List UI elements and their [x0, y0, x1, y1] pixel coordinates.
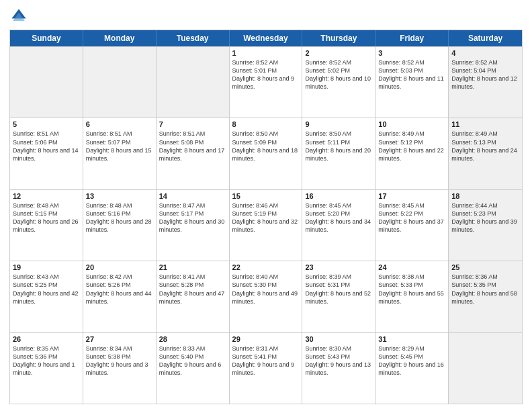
- cell-info: Sunrise: 8:36 AM Sunset: 5:35 PM Dayligh…: [451, 273, 519, 306]
- header-day-saturday: Saturday: [449, 30, 522, 46]
- cal-cell-21: 21Sunrise: 8:41 AM Sunset: 5:28 PM Dayli…: [157, 261, 230, 332]
- cal-cell-2: 2Sunrise: 8:52 AM Sunset: 5:02 PM Daylig…: [302, 47, 375, 118]
- cal-cell-6: 6Sunrise: 8:51 AM Sunset: 5:07 PM Daylig…: [83, 118, 157, 189]
- header-day-monday: Monday: [83, 30, 157, 46]
- day-number: 21: [159, 263, 226, 271]
- calendar-row-1: 5Sunrise: 8:51 AM Sunset: 5:06 PM Daylig…: [10, 118, 522, 189]
- day-number: 20: [86, 263, 153, 271]
- cal-cell-30: 30Sunrise: 8:30 AM Sunset: 5:43 PM Dayli…: [302, 333, 375, 404]
- cal-cell-11: 11Sunrise: 8:49 AM Sunset: 5:13 PM Dayli…: [449, 118, 522, 189]
- cell-info: Sunrise: 8:49 AM Sunset: 5:12 PM Dayligh…: [378, 130, 445, 163]
- logo: [9, 7, 30, 26]
- cal-cell-3: 3Sunrise: 8:52 AM Sunset: 5:03 PM Daylig…: [375, 47, 449, 118]
- cell-info: Sunrise: 8:48 AM Sunset: 5:16 PM Dayligh…: [86, 201, 153, 234]
- day-number: 8: [232, 120, 300, 128]
- calendar-row-3: 19Sunrise: 8:43 AM Sunset: 5:25 PM Dayli…: [10, 261, 522, 332]
- header: [9, 7, 523, 26]
- cell-info: Sunrise: 8:38 AM Sunset: 5:33 PM Dayligh…: [378, 273, 445, 306]
- cell-info: Sunrise: 8:50 AM Sunset: 5:09 PM Dayligh…: [232, 130, 300, 163]
- cell-info: Sunrise: 8:34 AM Sunset: 5:38 PM Dayligh…: [86, 345, 153, 377]
- cal-cell-empty-0-1: [83, 47, 157, 118]
- day-number: 17: [378, 192, 445, 200]
- cell-info: Sunrise: 8:41 AM Sunset: 5:28 PM Dayligh…: [159, 273, 226, 306]
- cal-cell-9: 9Sunrise: 8:50 AM Sunset: 5:11 PM Daylig…: [302, 118, 375, 189]
- logo-icon: [9, 7, 28, 26]
- day-number: 27: [86, 335, 153, 343]
- cell-info: Sunrise: 8:51 AM Sunset: 5:07 PM Dayligh…: [86, 130, 153, 163]
- cell-info: Sunrise: 8:49 AM Sunset: 5:13 PM Dayligh…: [451, 130, 519, 163]
- cal-cell-24: 24Sunrise: 8:38 AM Sunset: 5:33 PM Dayli…: [375, 261, 449, 332]
- day-number: 18: [451, 192, 519, 200]
- cell-info: Sunrise: 8:48 AM Sunset: 5:15 PM Dayligh…: [13, 201, 80, 234]
- day-number: 3: [378, 49, 445, 57]
- header-day-wednesday: Wednesday: [230, 30, 303, 46]
- header-day-thursday: Thursday: [302, 30, 375, 46]
- calendar-header-row: SundayMondayTuesdayWednesdayThursdayFrid…: [10, 30, 522, 46]
- day-number: 31: [378, 335, 445, 343]
- cell-info: Sunrise: 8:47 AM Sunset: 5:17 PM Dayligh…: [159, 201, 226, 234]
- cal-cell-29: 29Sunrise: 8:31 AM Sunset: 5:41 PM Dayli…: [230, 333, 303, 404]
- day-number: 9: [305, 120, 372, 128]
- day-number: 29: [232, 335, 300, 343]
- cal-cell-8: 8Sunrise: 8:50 AM Sunset: 5:09 PM Daylig…: [230, 118, 303, 189]
- cal-cell-25: 25Sunrise: 8:36 AM Sunset: 5:35 PM Dayli…: [449, 261, 522, 332]
- cell-info: Sunrise: 8:50 AM Sunset: 5:11 PM Dayligh…: [305, 130, 372, 163]
- cell-info: Sunrise: 8:42 AM Sunset: 5:26 PM Dayligh…: [86, 273, 153, 306]
- cell-info: Sunrise: 8:52 AM Sunset: 5:04 PM Dayligh…: [451, 58, 519, 91]
- day-number: 7: [159, 120, 226, 128]
- cal-cell-18: 18Sunrise: 8:44 AM Sunset: 5:23 PM Dayli…: [449, 190, 522, 261]
- day-number: 23: [305, 263, 372, 271]
- cal-cell-empty-0-0: [10, 47, 83, 118]
- day-number: 13: [86, 192, 153, 200]
- header-day-sunday: Sunday: [10, 30, 83, 46]
- cell-info: Sunrise: 8:40 AM Sunset: 5:30 PM Dayligh…: [232, 273, 300, 306]
- cal-cell-16: 16Sunrise: 8:45 AM Sunset: 5:20 PM Dayli…: [302, 190, 375, 261]
- cal-cell-20: 20Sunrise: 8:42 AM Sunset: 5:26 PM Dayli…: [83, 261, 157, 332]
- cal-cell-14: 14Sunrise: 8:47 AM Sunset: 5:17 PM Dayli…: [157, 190, 230, 261]
- header-day-friday: Friday: [375, 30, 449, 46]
- cal-cell-10: 10Sunrise: 8:49 AM Sunset: 5:12 PM Dayli…: [375, 118, 449, 189]
- calendar: SundayMondayTuesdayWednesdayThursdayFrid…: [9, 30, 523, 404]
- day-number: 25: [451, 263, 519, 271]
- cell-info: Sunrise: 8:45 AM Sunset: 5:22 PM Dayligh…: [378, 201, 445, 234]
- cal-cell-22: 22Sunrise: 8:40 AM Sunset: 5:30 PM Dayli…: [230, 261, 303, 332]
- day-number: 28: [159, 335, 226, 343]
- cell-info: Sunrise: 8:46 AM Sunset: 5:19 PM Dayligh…: [232, 201, 300, 234]
- day-number: 26: [13, 335, 80, 343]
- cell-info: Sunrise: 8:33 AM Sunset: 5:40 PM Dayligh…: [159, 345, 226, 377]
- cell-info: Sunrise: 8:52 AM Sunset: 5:03 PM Dayligh…: [378, 58, 445, 91]
- day-number: 4: [451, 49, 519, 57]
- cell-info: Sunrise: 8:31 AM Sunset: 5:41 PM Dayligh…: [232, 345, 300, 377]
- cal-cell-7: 7Sunrise: 8:51 AM Sunset: 5:08 PM Daylig…: [157, 118, 230, 189]
- cell-info: Sunrise: 8:51 AM Sunset: 5:06 PM Dayligh…: [13, 130, 80, 163]
- cell-info: Sunrise: 8:52 AM Sunset: 5:02 PM Dayligh…: [305, 58, 372, 91]
- cell-info: Sunrise: 8:45 AM Sunset: 5:20 PM Dayligh…: [305, 201, 372, 234]
- cell-info: Sunrise: 8:52 AM Sunset: 5:01 PM Dayligh…: [232, 58, 300, 91]
- page: SundayMondayTuesdayWednesdayThursdayFrid…: [0, 0, 532, 411]
- day-number: 2: [305, 49, 372, 57]
- day-number: 30: [305, 335, 372, 343]
- day-number: 14: [159, 192, 226, 200]
- cell-info: Sunrise: 8:30 AM Sunset: 5:43 PM Dayligh…: [305, 345, 372, 377]
- cell-info: Sunrise: 8:39 AM Sunset: 5:31 PM Dayligh…: [305, 273, 372, 306]
- day-number: 15: [232, 192, 300, 200]
- cal-cell-26: 26Sunrise: 8:35 AM Sunset: 5:36 PM Dayli…: [10, 333, 83, 404]
- cal-cell-15: 15Sunrise: 8:46 AM Sunset: 5:19 PM Dayli…: [230, 190, 303, 261]
- calendar-row-4: 26Sunrise: 8:35 AM Sunset: 5:36 PM Dayli…: [10, 332, 522, 404]
- cal-cell-12: 12Sunrise: 8:48 AM Sunset: 5:15 PM Dayli…: [10, 190, 83, 261]
- header-day-tuesday: Tuesday: [157, 30, 230, 46]
- day-number: 16: [305, 192, 372, 200]
- calendar-body: 1Sunrise: 8:52 AM Sunset: 5:01 PM Daylig…: [10, 46, 522, 404]
- cal-cell-empty-4-6: [449, 333, 522, 404]
- calendar-row-0: 1Sunrise: 8:52 AM Sunset: 5:01 PM Daylig…: [10, 46, 522, 118]
- day-number: 5: [13, 120, 80, 128]
- cal-cell-empty-0-2: [157, 47, 230, 118]
- cell-info: Sunrise: 8:43 AM Sunset: 5:25 PM Dayligh…: [13, 273, 80, 306]
- day-number: 10: [378, 120, 445, 128]
- cal-cell-31: 31Sunrise: 8:29 AM Sunset: 5:45 PM Dayli…: [375, 333, 449, 404]
- cell-info: Sunrise: 8:51 AM Sunset: 5:08 PM Dayligh…: [159, 130, 226, 163]
- cal-cell-13: 13Sunrise: 8:48 AM Sunset: 5:16 PM Dayli…: [83, 190, 157, 261]
- cell-info: Sunrise: 8:35 AM Sunset: 5:36 PM Dayligh…: [13, 345, 80, 377]
- day-number: 12: [13, 192, 80, 200]
- cal-cell-28: 28Sunrise: 8:33 AM Sunset: 5:40 PM Dayli…: [157, 333, 230, 404]
